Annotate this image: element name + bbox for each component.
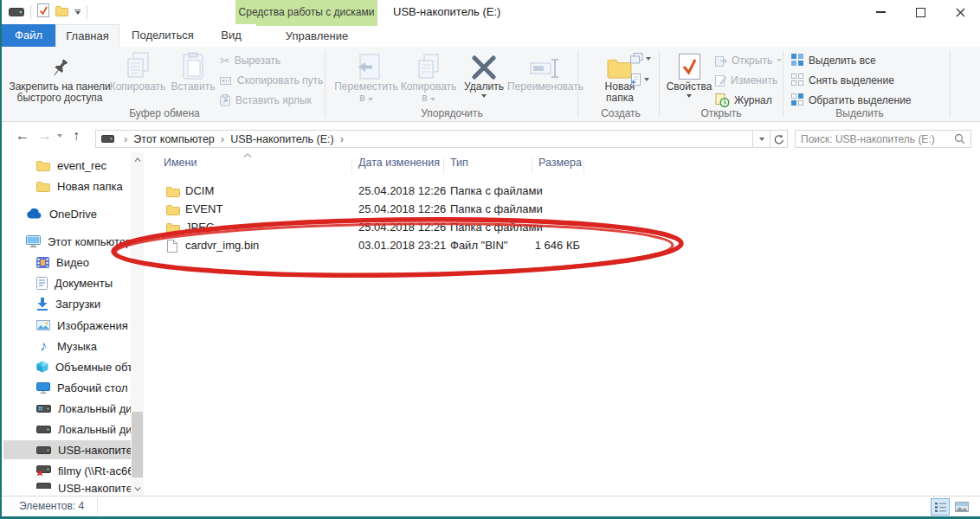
tab-view[interactable]: Вид bbox=[206, 24, 256, 47]
sidebar-item-onedrive[interactable]: OneDrive bbox=[3, 204, 144, 223]
column-header-type[interactable]: Тип bbox=[450, 157, 468, 169]
window-controls bbox=[861, 0, 980, 24]
edit-button[interactable]: Изменить bbox=[715, 72, 777, 88]
up-button[interactable]: ↑ bbox=[73, 127, 80, 144]
column-divider[interactable] bbox=[532, 158, 532, 174]
breadcrumb-chevron-icon[interactable]: › bbox=[221, 132, 224, 145]
documents-icon bbox=[36, 277, 48, 290]
details-view-icon bbox=[935, 503, 946, 512]
drive-tools-contextual-tab[interactable]: Средства работы с дисками bbox=[235, 0, 377, 24]
explorer-window: Средства работы с дисками USB-накопитель… bbox=[0, 0, 980, 519]
select-none-button[interactable]: Снять выделение bbox=[791, 72, 894, 88]
sidebar-item-network-drive-filmy[interactable]: filmy (\\Rt-ac66u bbox=[3, 461, 144, 480]
properties-icon[interactable] bbox=[37, 3, 49, 21]
pin-to-quick-access-button[interactable]: Закрепить на панели быстрого доступа bbox=[9, 48, 111, 104]
toolbar-separator bbox=[30, 5, 31, 19]
invert-selection-button[interactable]: Обратить выделение bbox=[791, 92, 912, 108]
refresh-button[interactable] bbox=[770, 130, 788, 148]
tab-share[interactable]: Поделиться bbox=[119, 24, 206, 47]
paste-shortcut-icon bbox=[220, 94, 231, 106]
maximize-icon bbox=[916, 8, 925, 17]
sidebar-item-new-folder[interactable]: Новая папка bbox=[3, 176, 144, 195]
breadcrumb[interactable]: › Этот компьютер › USB-накопитель (E:) › bbox=[95, 130, 753, 148]
file-row-event[interactable]: EVENT 25.04.2018 12:26 Папка с файлами bbox=[144, 201, 980, 219]
open-button[interactable]: Открыть bbox=[715, 52, 782, 68]
rename-button[interactable]: Переименовать bbox=[506, 48, 585, 93]
address-dropdown-button[interactable] bbox=[753, 130, 770, 148]
copy-path-button[interactable]: Скопировать путь bbox=[220, 72, 323, 88]
tab-home[interactable]: Главная bbox=[55, 24, 119, 47]
column-header-size[interactable]: Размера bbox=[538, 157, 582, 169]
file-row-cardvr-img-bin[interactable]: cardvr_img.bin 03.01.2018 23:21 Файл "BI… bbox=[144, 237, 980, 255]
edit-icon bbox=[715, 74, 726, 86]
tab-manage[interactable]: Управление bbox=[256, 24, 377, 47]
sidebar-item-usb-drive-partial[interactable]: USB-накопитель ( bbox=[3, 482, 144, 492]
dropdown-icon bbox=[777, 59, 782, 62]
scroll-down-icon[interactable] bbox=[131, 482, 144, 496]
thumbnails-view-button[interactable] bbox=[952, 498, 971, 516]
sidebar-item-local-disk-d[interactable]: Локальный диск bbox=[3, 420, 144, 439]
sidebar-item-music[interactable]: ♪ Музыка bbox=[3, 336, 144, 356]
back-button[interactable]: ← bbox=[16, 127, 29, 144]
scrollbar-thumb[interactable] bbox=[132, 412, 143, 477]
search-input[interactable]: Поиск: USB-накопитель (E:) bbox=[795, 130, 971, 148]
sidebar-item-this-pc[interactable]: Этот компьютер bbox=[3, 232, 144, 251]
move-to-icon bbox=[352, 48, 380, 80]
group-separator bbox=[950, 50, 951, 118]
tab-file[interactable]: Файл bbox=[2, 24, 55, 47]
close-icon bbox=[956, 8, 965, 17]
sidebar-item-downloads[interactable]: Загрузки bbox=[3, 294, 144, 313]
clipboard-group-label: Буфер обмена bbox=[9, 107, 320, 119]
sidebar-item-pictures[interactable]: Изображения bbox=[3, 316, 144, 335]
details-view-button[interactable] bbox=[931, 498, 950, 516]
folder-icon bbox=[36, 181, 50, 192]
copy-to-button[interactable]: Копировать в bbox=[396, 48, 461, 104]
dropdown-icon bbox=[644, 78, 649, 81]
minimize-button[interactable] bbox=[861, 0, 900, 24]
properties-dropdown-icon[interactable] bbox=[687, 94, 692, 98]
new-folder-icon[interactable] bbox=[55, 4, 68, 20]
cut-button[interactable]: ✂ Вырезать bbox=[220, 52, 280, 68]
search-icon[interactable] bbox=[954, 133, 965, 144]
breadcrumb-this-pc[interactable]: Этот компьютер bbox=[133, 133, 214, 145]
properties-button[interactable]: Свойства bbox=[665, 48, 713, 98]
column-divider[interactable] bbox=[443, 158, 444, 174]
copy-path-icon bbox=[220, 75, 233, 86]
file-row-jpeg[interactable]: JPEG 25.04.2018 12:26 Папка с файлами bbox=[144, 219, 980, 237]
easy-access-button[interactable] bbox=[630, 50, 651, 67]
copy-icon bbox=[126, 48, 150, 80]
sidebar-item-local-disk-c[interactable]: Локальный диск bbox=[3, 399, 144, 418]
close-button[interactable] bbox=[940, 0, 980, 24]
column-header-date[interactable]: Дата изменения bbox=[358, 157, 440, 169]
sidebar-scrollbar[interactable] bbox=[131, 152, 144, 496]
copy-button[interactable]: Копировать bbox=[111, 48, 164, 93]
column-header-name[interactable]: Имени bbox=[164, 157, 197, 169]
sidebar-item-usb-drive[interactable]: USB-накопитель bbox=[3, 440, 144, 459]
delete-button[interactable]: Удалить bbox=[458, 48, 510, 98]
history-button[interactable]: Журнал bbox=[715, 92, 772, 108]
file-row-dcim[interactable]: DCIM 25.04.2018 12:26 Папка с файлами bbox=[144, 183, 980, 201]
breadcrumb-chevron-icon[interactable]: › bbox=[340, 132, 344, 145]
column-divider[interactable] bbox=[351, 158, 352, 174]
move-to-button[interactable]: Переместить в bbox=[331, 48, 402, 104]
group-separator bbox=[783, 50, 783, 118]
column-divider[interactable] bbox=[583, 158, 584, 174]
sidebar-item-videos[interactable]: Видео bbox=[3, 253, 144, 272]
paste-shortcut-button[interactable]: Вставить ярлык bbox=[220, 92, 312, 108]
sidebar-item-3d-objects[interactable]: Объемные объе bbox=[3, 357, 144, 376]
customize-toolbar-dropdown-icon[interactable] bbox=[74, 10, 81, 15]
sidebar-item-event-rec[interactable]: event_rec bbox=[3, 156, 144, 175]
onedrive-cloud-icon bbox=[26, 208, 42, 219]
delete-dropdown-icon[interactable] bbox=[481, 94, 487, 98]
paste-button[interactable]: Вставить bbox=[168, 48, 218, 93]
forward-button[interactable]: → bbox=[38, 127, 52, 144]
maximize-button[interactable] bbox=[900, 0, 940, 24]
sidebar-item-desktop[interactable]: Рабочий стол bbox=[3, 378, 144, 397]
select-all-button[interactable]: Выделить все bbox=[791, 52, 876, 68]
new-item-button[interactable] bbox=[630, 71, 649, 87]
scroll-up-icon[interactable] bbox=[131, 152, 144, 166]
recent-locations-dropdown-icon[interactable] bbox=[57, 134, 62, 138]
sidebar-item-documents[interactable]: Документы bbox=[3, 273, 144, 292]
drive-icon bbox=[101, 133, 114, 145]
breadcrumb-current-drive[interactable]: USB-накопитель (E:) bbox=[230, 133, 334, 145]
